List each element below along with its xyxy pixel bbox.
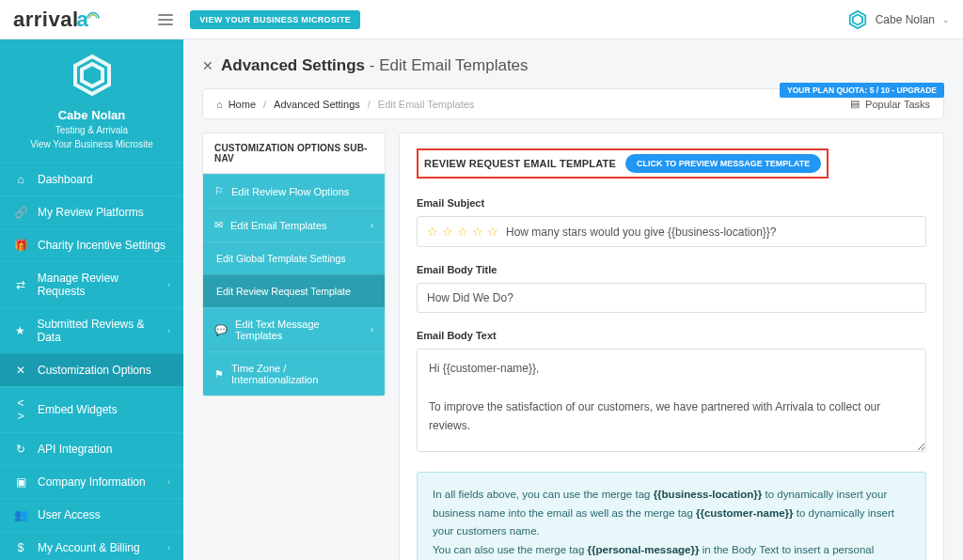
subnav-icon: 💬 [214, 324, 228, 336]
breadcrumb-home[interactable]: Home [229, 99, 256, 110]
nav-icon: ⇄ [13, 278, 28, 291]
sidebar-item[interactable]: 👥User Access [0, 498, 183, 531]
nav-icon: ⌂ [13, 173, 28, 186]
sidebar-item[interactable]: < >Embed Widgets [0, 386, 183, 432]
nav-label: Dashboard [38, 173, 93, 186]
svg-marker-1 [853, 14, 862, 24]
sidebar-item[interactable]: ✕Customization Options [0, 353, 183, 386]
subnav: CUSTOMIZATION OPTIONS SUB-NAV ⚐Edit Revi… [202, 132, 386, 397]
form-panel: REVIEW REQUEST EMAIL TEMPLATE CLICK TO P… [399, 132, 944, 560]
sidebar-username: Cabe Nolan [9, 108, 174, 122]
email-body-title-label: Email Body Title [417, 264, 926, 275]
subnav-label: Time Zone / Internationalization [231, 363, 373, 385]
subnav-label: Edit Review Request Template [216, 286, 351, 297]
logo[interactable]: arrivala [13, 8, 102, 32]
subnav-item[interactable]: ✉Edit Email Templates› [203, 208, 385, 241]
subnav-icon: ⚐ [214, 185, 224, 197]
settings-icon: ✕ [202, 58, 213, 73]
nav-label: Submitted Reviews & Data [38, 318, 167, 344]
quota-badge[interactable]: YOUR PLAN QUOTA: 5 / 10 - UPGRADE [780, 83, 944, 98]
home-icon: ⌂ [216, 99, 223, 110]
sidebar-item[interactable]: ⇄Manage Review Requests› [0, 261, 183, 307]
nav-label: Customization Options [38, 364, 151, 377]
subnav-item[interactable]: ⚐Edit Review Flow Options [203, 174, 385, 208]
email-body-text-input[interactable] [417, 349, 926, 452]
menu-toggle-icon[interactable] [158, 14, 173, 25]
nav-icon: 🔗 [13, 206, 28, 219]
subnav-header: CUSTOMIZATION OPTIONS SUB-NAV [203, 133, 385, 174]
sidebar-profile: Cabe Nolan Testing & Arrivala View Your … [0, 39, 183, 163]
preview-template-button[interactable]: CLICK TO PREVIEW MESSAGE TEMPLATE [625, 154, 821, 173]
form-header-highlight: REVIEW REQUEST EMAIL TEMPLATE CLICK TO P… [417, 148, 829, 179]
email-subject-input[interactable]: ☆ ☆ ☆ ☆ ☆ How many stars would you give … [417, 216, 926, 247]
nav-icon: 👥 [13, 508, 28, 521]
email-subject-label: Email Subject [417, 197, 926, 209]
sidebar-item[interactable]: ▣Company Information› [0, 465, 183, 498]
email-body-text-label: Email Body Text [417, 330, 926, 341]
chevron-right-icon: › [167, 543, 170, 552]
sidebar-microsite-link[interactable]: View Your Business Microsite [9, 139, 174, 149]
sidebar-item[interactable]: $My Account & Billing› [0, 531, 183, 560]
nav-icon: ★ [13, 324, 28, 337]
nav-label: Company Information [38, 475, 146, 489]
subnav-label: Edit Review Flow Options [231, 186, 349, 197]
email-body-title-input[interactable]: How Did We Do? [417, 283, 926, 313]
nav-label: API Integration [38, 443, 112, 456]
star-icon: ☆ [487, 225, 498, 239]
nav-label: Manage Review Requests [38, 272, 167, 298]
sidebar-item[interactable]: ↻API Integration [0, 432, 183, 465]
subnav-label: Edit Text Message Templates [235, 319, 363, 341]
sidebar-item[interactable]: 🎁Charity Incentive Settings [0, 228, 183, 261]
page-title: ✕ Advanced Settings - Edit Email Templat… [202, 56, 944, 75]
nav-icon: 🎁 [13, 239, 28, 252]
nav-icon: ▣ [13, 475, 28, 489]
chevron-right-icon: › [167, 280, 170, 289]
breadcrumb-current: Edit Email Templates [378, 99, 475, 110]
breadcrumb-advanced[interactable]: Advanced Settings [274, 99, 360, 110]
nav-icon: ↻ [13, 443, 28, 456]
subnav-label: Edit Email Templates [230, 220, 327, 231]
page-title-sub: - Edit Email Templates [365, 56, 529, 74]
section-title: REVIEW REQUEST EMAIL TEMPLATE [424, 158, 616, 169]
user-hex-icon [847, 9, 868, 30]
sidebar-item[interactable]: ⌂Dashboard [0, 163, 183, 195]
list-icon: ▤ [850, 98, 860, 110]
sidebar-item[interactable]: 🔗My Review Platforms [0, 195, 183, 228]
subnav-label: Edit Global Template Settings [216, 253, 346, 264]
star-icon: ☆ [457, 225, 468, 239]
view-microsite-button[interactable]: VIEW YOUR BUSINESS MICROSITE [190, 10, 360, 29]
chevron-right-icon: › [167, 477, 170, 487]
chevron-right-icon: › [167, 326, 170, 335]
nav-icon: ✕ [13, 364, 28, 377]
chevron-down-icon: ⌄ [942, 15, 950, 24]
subnav-icon: ✉ [214, 219, 223, 231]
nav-label: User Access [38, 508, 101, 521]
chevron-right-icon: › [371, 325, 373, 334]
popular-tasks-button[interactable]: ▤ Popular Tasks [850, 98, 930, 110]
nav-label: Charity Incentive Settings [38, 239, 166, 252]
nav-label: My Review Platforms [38, 206, 144, 219]
subnav-item[interactable]: Edit Global Template Settings [203, 241, 385, 274]
user-menu[interactable]: Cabe Nolan [876, 13, 935, 26]
popular-tasks-label: Popular Tasks [865, 99, 930, 110]
subnav-item[interactable]: ⚑Time Zone / Internationalization [203, 351, 385, 396]
star-icon: ☆ [472, 225, 483, 239]
nav-icon: $ [13, 541, 28, 554]
merge-tag-info: In all fields above, you can use the mer… [417, 472, 926, 560]
nav-label: Embed Widgets [38, 403, 118, 416]
subnav-item[interactable]: 💬Edit Text Message Templates› [203, 307, 385, 351]
breadcrumb: ⌂ Home / Advanced Settings / Edit Email … [202, 88, 944, 119]
subnav-icon: ⚑ [214, 368, 224, 381]
sidebar-nav: ⌂Dashboard🔗My Review Platforms🎁Charity I… [0, 163, 183, 560]
email-body-title-value: How Did We Do? [427, 291, 513, 304]
subnav-item[interactable]: Edit Review Request Template [203, 274, 385, 307]
nav-icon: < > [13, 397, 28, 423]
content: ✕ Advanced Settings - Edit Email Templat… [183, 39, 963, 560]
sidebar-subtitle: Testing & Arrivala [9, 125, 174, 135]
sidebar-item[interactable]: ★Submitted Reviews & Data› [0, 307, 183, 353]
email-subject-value: How many stars would you give {{business… [506, 226, 777, 239]
nav-label: My Account & Billing [38, 541, 140, 554]
profile-hex-icon [70, 53, 115, 98]
topbar: arrivala VIEW YOUR BUSINESS MICROSITE Ca… [0, 0, 963, 39]
page-title-main: Advanced Settings [221, 56, 365, 74]
